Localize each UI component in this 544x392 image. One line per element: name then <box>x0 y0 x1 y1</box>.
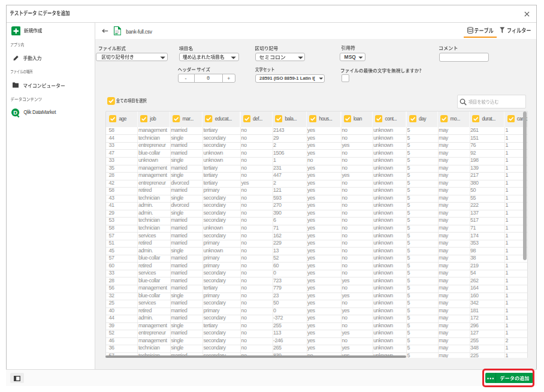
svg-text:D: D <box>14 109 18 116</box>
